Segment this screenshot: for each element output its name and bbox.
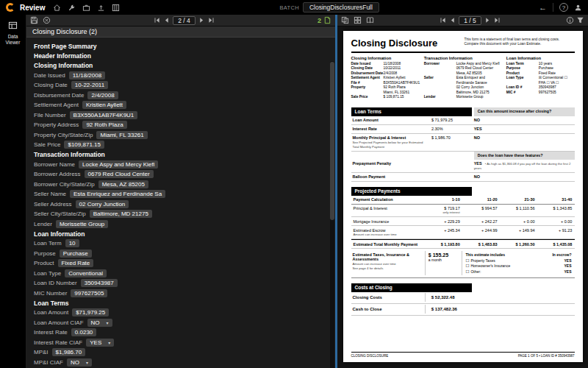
field-input[interactable]: Purchase	[60, 250, 92, 258]
tools-icon[interactable]	[68, 4, 76, 12]
user-icon[interactable]	[574, 4, 582, 12]
field-label: Borrower City/State/Zip	[34, 181, 95, 188]
field-input[interactable]: 997627505	[71, 289, 107, 297]
field-select[interactable]: NO▾	[67, 358, 92, 367]
escrow-title: In escrow?	[552, 252, 571, 257]
field-input[interactable]: 0679 Red Cloud Center	[85, 170, 154, 178]
field-input[interactable]: Conventional	[65, 269, 107, 277]
pp-value: $ 994.57	[465, 206, 498, 210]
data-viewer-toolbar: 2 / 4 2	[26, 15, 335, 26]
first-page-button[interactable]	[154, 17, 160, 24]
features-question-row: Does the loan have these features?	[351, 152, 575, 160]
back-icon[interactable]: ←	[539, 4, 547, 12]
field-select[interactable]: NO▾	[87, 319, 112, 327]
page-indicator[interactable]: 2 / 4	[173, 16, 196, 25]
checkbox-icon[interactable]: ☐	[465, 269, 469, 274]
loan-feature-note: • As high as $1,366.08 if you pay off th…	[474, 162, 571, 170]
next-page-button[interactable]	[198, 17, 205, 24]
field-input[interactable]: Fixed Rate	[58, 259, 94, 267]
reports-icon[interactable]	[112, 4, 120, 12]
overlay-pages-icon[interactable]	[341, 16, 349, 24]
loan-terms-value: 2.30%	[431, 127, 474, 131]
sidebar-item-data-viewer[interactable]: Data Viewer	[0, 18, 26, 47]
index-fields-form: Front Page SummaryHeader InformationClos…	[26, 38, 335, 368]
field-input[interactable]: 02 Corry Junction	[76, 200, 129, 208]
field-label: Seller Address	[34, 201, 72, 208]
field-input[interactable]: $1,986.70	[52, 348, 86, 356]
field-input[interactable]: 2/4/2008	[87, 91, 118, 99]
field-input[interactable]: $71,979.25	[72, 308, 109, 316]
data-viewer-icon	[8, 21, 18, 30]
upload-icon[interactable]	[97, 4, 105, 12]
estimate-include-item: ☐Property TaxesYES	[465, 258, 571, 263]
last-page-button[interactable]	[208, 17, 215, 24]
loan-terms-label-cell: Monthly Principal & InterestSee Projecte…	[351, 135, 431, 149]
filter-icon[interactable]	[576, 16, 584, 24]
field-row: Seller Address02 Corry Junction	[34, 200, 323, 208]
close-document-icon[interactable]	[43, 16, 51, 24]
pp-value: + 245.34	[427, 228, 460, 233]
field-input[interactable]: Locke Aspy and Mercy Kiefl	[79, 160, 158, 169]
viewer-page-indicator[interactable]: 1 / 5	[459, 16, 481, 25]
thumbnails-icon[interactable]	[354, 16, 362, 24]
form-group: Transaction InformationBorrower NameLock…	[34, 151, 323, 228]
data-viewer-panel: 2 / 4 2 Closing Disclosure (2) Front Pag…	[26, 15, 335, 368]
field-input[interactable]: B3X550A1AB7F4K9U1	[70, 111, 138, 119]
info-column-heading: Loan Information	[506, 56, 575, 60]
field-input[interactable]: Miami, FL 33261	[96, 131, 147, 139]
field-input[interactable]: 11/18/2008	[69, 71, 105, 79]
field-row: ProductFixed Rate	[34, 259, 323, 267]
section-heading: Front Page Summary	[34, 43, 323, 50]
field-input[interactable]: 10	[65, 239, 79, 247]
form-scrollbar-thumb[interactable]	[330, 62, 334, 220]
field-label: MIC Number	[34, 290, 67, 297]
field-input[interactable]: Mesa, AZ 85205	[98, 180, 148, 188]
pp-row-label: Estimated Total Monthly Payment	[354, 242, 423, 247]
loan-feature-row: Balloon PaymentNO	[351, 173, 575, 182]
loan-feature-label: Balloon Payment	[353, 174, 431, 179]
taxes-amount: $ 155.25	[429, 252, 459, 258]
viewer-previous-page-button[interactable]	[449, 17, 456, 24]
viewer-last-page-button[interactable]	[494, 17, 501, 24]
field-label: Loan Amount	[34, 309, 68, 316]
field-input[interactable]: Kristien Ayllett	[82, 101, 126, 109]
document-pagination: 2 / 4	[51, 16, 318, 25]
page-header: Closing Disclosure This form is a statem…	[351, 38, 575, 49]
save-icon[interactable]	[30, 16, 38, 24]
checkbox-icon[interactable]: ☐	[465, 258, 469, 263]
field-input[interactable]: 92 Roth Plaza	[82, 121, 126, 129]
field-input[interactable]: 10-22-2011	[71, 81, 108, 89]
field-input[interactable]: $109,871.15	[64, 141, 104, 149]
taxes-amount-cell: $ 155.25 a month	[425, 251, 463, 275]
pp-value-cell: $ 994.57	[462, 205, 500, 213]
field-input[interactable]: 0.0230	[71, 328, 96, 336]
batch-icon[interactable]	[82, 4, 90, 12]
loan-feature-answer-cell: YES• As high as $1,366.08 if you pay off…	[474, 161, 575, 170]
field-input[interactable]: Baltimore, MD 21275	[90, 210, 152, 218]
document-page-icon[interactable]	[323, 16, 331, 24]
checkbox-icon[interactable]: ☐	[465, 263, 469, 268]
home-icon[interactable]	[53, 4, 61, 12]
pp-value-cell: $ 1,110.56	[500, 205, 537, 213]
pp-value-cell: + 149.94	[500, 226, 537, 234]
form-scrollbar[interactable]	[330, 61, 334, 368]
viewer-first-page-button[interactable]	[440, 17, 446, 24]
help-icon[interactable]: ?	[559, 3, 568, 12]
costs-value: $ 137,482.36	[425, 305, 470, 314]
field-row: Interest Rate CIAFYES▾	[34, 339, 323, 347]
viewer-pagination: 1 / 5	[374, 16, 566, 25]
field-select[interactable]: YES▾	[86, 339, 114, 347]
book-view-icon[interactable]	[366, 16, 374, 24]
field-row: Seller NameEsta Enriquez and Ferdinande …	[34, 190, 323, 198]
info-column-heading: Closing Information	[351, 56, 418, 60]
field-input[interactable]: 350943987	[81, 279, 118, 287]
viewer-next-page-button[interactable]	[484, 17, 491, 24]
document-canvas[interactable]: Closing Disclosure This form is a statem…	[337, 26, 588, 368]
previous-page-button[interactable]	[163, 17, 170, 24]
document-page: Closing Disclosure This form is a statem…	[343, 31, 583, 362]
field-input[interactable]: Esta Enriquez and Ferdinande Sa	[70, 190, 165, 198]
field-input[interactable]: Morissette Group	[56, 220, 108, 228]
info-icon[interactable]	[566, 16, 574, 24]
topbar-nav	[53, 4, 120, 12]
document-type-header[interactable]: Closing Disclosure (2)	[26, 26, 335, 38]
